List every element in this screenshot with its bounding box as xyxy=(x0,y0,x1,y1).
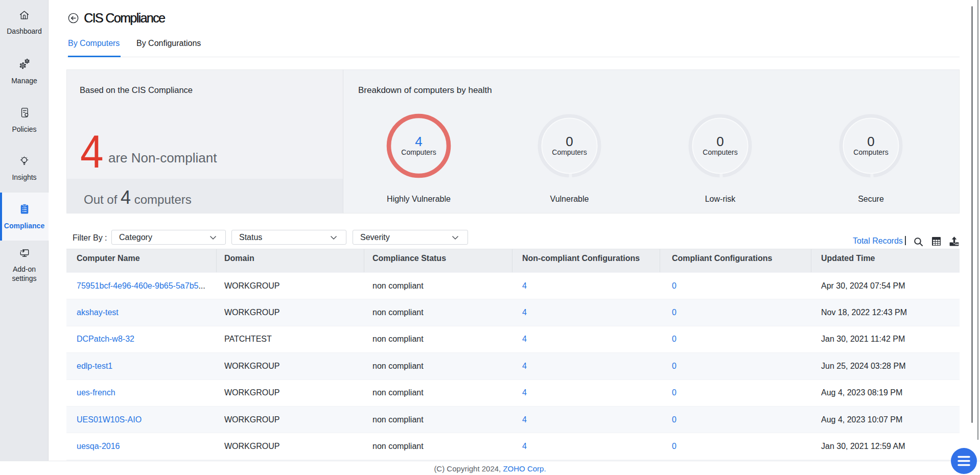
svg-text:4: 4 xyxy=(415,134,422,149)
svg-text:Computers: Computers xyxy=(703,148,737,156)
svg-text:0: 0 xyxy=(867,134,874,149)
svg-text:Computers: Computers xyxy=(552,148,587,156)
svg-text:Computers: Computers xyxy=(853,148,888,156)
svg-text:Computers: Computers xyxy=(401,148,436,156)
svg-text:0: 0 xyxy=(566,134,573,149)
svg-text:0: 0 xyxy=(716,134,724,149)
